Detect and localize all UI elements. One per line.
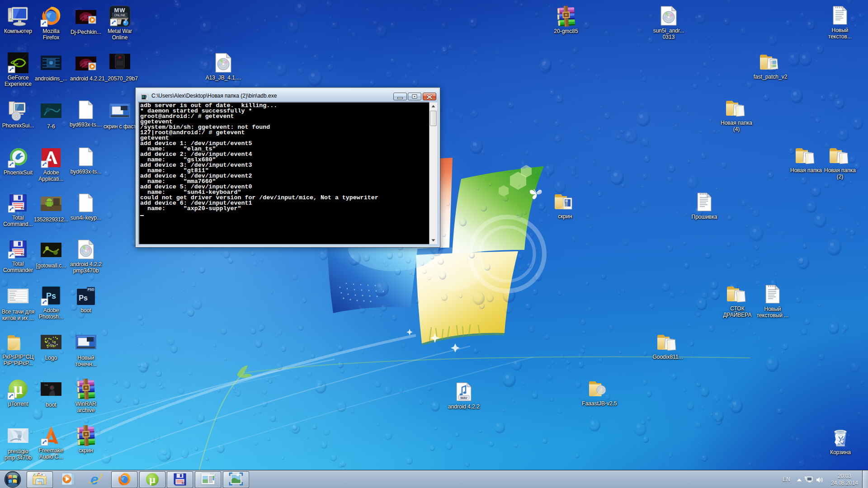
svg-text:µ: µ (14, 380, 23, 398)
svg-text:64: 64 (21, 252, 25, 256)
svg-text:64: 64 (21, 206, 25, 210)
svg-text:Ps: Ps (79, 294, 88, 302)
svg-text:e: e (90, 472, 99, 487)
svg-text:µ: µ (149, 474, 156, 485)
svg-text:MW: MW (114, 7, 125, 14)
svg-text:PRE: PRE (44, 384, 48, 386)
svg-text:PSD: PSD (88, 288, 94, 291)
svg-text:WAV: WAV (460, 396, 467, 399)
svg-text:64: 64 (182, 482, 185, 485)
svg-text:ONLINE: ONLINE (114, 14, 126, 17)
